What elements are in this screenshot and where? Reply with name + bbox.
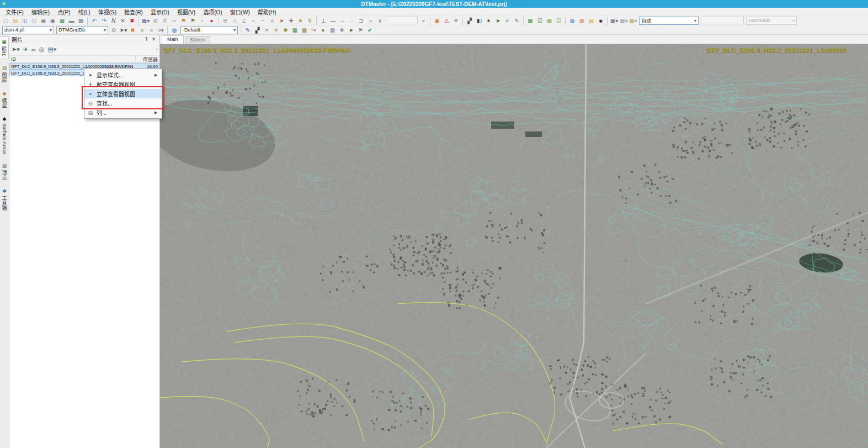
drape-icon[interactable]: ≈ xyxy=(249,17,258,25)
pen-blue-icon[interactable]: ✎ xyxy=(241,26,253,34)
style-combo[interactable]: -Default- ▾ xyxy=(180,26,238,34)
constraint-icon[interactable]: ⊥ xyxy=(316,17,328,25)
cross-tool-icon[interactable]: ✚ xyxy=(337,26,347,34)
info-icon[interactable]: i xyxy=(156,47,157,52)
brown-cells-icon[interactable]: ▩ xyxy=(300,26,309,34)
menu-item[interactable]: 显示(D) xyxy=(147,8,173,16)
contrast-icon[interactable]: ◧ xyxy=(475,17,484,25)
terrain-icon[interactable]: ▞ xyxy=(253,26,262,34)
column-sensor[interactable]: 传感器 xyxy=(135,56,159,63)
db-combo[interactable]: DTMGridDb ▾ xyxy=(56,26,108,34)
measure-icon[interactable]: # xyxy=(160,17,169,25)
menu-item[interactable]: 视图(V) xyxy=(173,8,199,16)
parameter-input[interactable] xyxy=(701,17,744,24)
menu-item[interactable]: 窗口(W) xyxy=(226,8,254,16)
menu-item[interactable]: 线(L) xyxy=(74,8,94,16)
grid-menu-icon[interactable]: ▦▾ xyxy=(139,17,151,25)
prev-pair-icon[interactable]: « xyxy=(137,26,147,34)
check-green-icon[interactable]: ✔ xyxy=(365,26,375,34)
snap-icon[interactable]: ⊕ xyxy=(218,17,230,25)
menu-item[interactable]: 点(P) xyxy=(54,8,74,16)
vertices-icon[interactable]: ▦ 顶点 xyxy=(1,161,9,182)
copy-icon[interactable]: ▣ xyxy=(39,17,48,25)
dark-tile-icon[interactable]: ■ xyxy=(596,17,605,25)
photo-pair-icon[interactable]: ▣ xyxy=(430,17,442,25)
blob-icon[interactable]: ● xyxy=(318,26,328,34)
context-menu-item[interactable]: ✈ 航空查看器视图 xyxy=(84,80,162,89)
flag-yellow-icon[interactable]: ⚑ xyxy=(179,17,188,25)
gear-icon[interactable]: ⚙ xyxy=(109,26,119,34)
arc-icon[interactable]: ∩ xyxy=(366,17,375,25)
check-tool-icon[interactable]: ∨ xyxy=(375,17,385,25)
warning-icon[interactable]: ⚠ xyxy=(442,17,451,25)
automatic-combo[interactable]: Automatic ▾ xyxy=(746,17,797,25)
redo-icon[interactable]: ↷ xyxy=(99,17,109,25)
bold-move-icon[interactable]: ✶ xyxy=(484,17,493,25)
record-icon[interactable]: ● xyxy=(207,17,216,25)
snapshot-icon[interactable]: ◉ xyxy=(48,17,57,25)
layout-grid-icon[interactable]: ▦ xyxy=(57,17,67,25)
hline3-icon[interactable]: - xyxy=(347,17,356,25)
green-cells-icon[interactable]: ▦ xyxy=(290,26,300,34)
save-icon[interactable]: ◫ xyxy=(20,17,29,25)
dtm-file-combo[interactable]: dsm-4.pf ▾ xyxy=(2,26,54,34)
columns-dd-icon[interactable]: ▤▾ xyxy=(47,46,56,53)
viewer-tab[interactable]: Main xyxy=(162,35,184,44)
measure-run-icon[interactable]: ➤ xyxy=(493,17,503,25)
pick-arrow-icon[interactable]: ➤ xyxy=(277,17,286,25)
select-arrow-dd-icon[interactable]: ➤▾ xyxy=(119,26,128,34)
select-dd-icon[interactable]: ➤▾ xyxy=(12,46,20,53)
orange-x-icon[interactable]: ✖ xyxy=(128,26,137,34)
column-id[interactable]: ID xyxy=(9,56,135,62)
hline-icon[interactable]: — xyxy=(328,17,338,25)
grid-dd-icon[interactable]: ▦▾ xyxy=(607,17,619,25)
flag-green-icon[interactable]: ⚑ xyxy=(188,17,198,25)
contour-icon[interactable]: ≈ xyxy=(262,26,271,34)
close-icon[interactable]: ✕ xyxy=(150,36,157,42)
delete-vertex-icon[interactable]: ✕ xyxy=(118,17,127,25)
undo-icon[interactable]: ↶ xyxy=(87,17,99,25)
layers-icon[interactable]: ▤ 图层 xyxy=(1,63,9,85)
bracket-icon[interactable]: ⊐ xyxy=(356,17,366,25)
pin-icon[interactable]: ↧ xyxy=(143,36,150,42)
viewer-tab[interactable]: Stereo xyxy=(185,36,211,44)
mode-combo[interactable]: 自动 ▾ xyxy=(639,17,699,25)
aerial-viewer-icon[interactable]: ✈ xyxy=(23,46,28,53)
check-small-icon[interactable]: ✓ xyxy=(503,17,512,25)
hline2-icon[interactable]: – xyxy=(338,17,347,25)
spike-filter-icon[interactable]: ∧ xyxy=(268,17,277,25)
menu-item[interactable]: 选项(O) xyxy=(199,8,226,16)
stereo-viewer-icon[interactable]: ∞ xyxy=(31,46,36,53)
magic-wand-icon[interactable]: ★ xyxy=(296,17,305,25)
snap-distance-input[interactable] xyxy=(386,17,418,24)
print-icon[interactable]: ▬ xyxy=(67,17,76,25)
lime-grid-check-icon[interactable]: ☑ xyxy=(554,17,563,25)
save-all-icon[interactable]: ◫ xyxy=(29,17,39,25)
green-grid-icon[interactable]: ▦ xyxy=(523,17,535,25)
menu-item[interactable]: 体视(S) xyxy=(94,8,120,16)
lightning-icon[interactable]: ↯ xyxy=(305,17,315,25)
toolbox-icon[interactable]: ✱ 工具箱 xyxy=(1,186,9,213)
histogram-icon[interactable]: ▤ xyxy=(587,17,596,25)
grid-dd2-icon[interactable]: ▦▾ xyxy=(619,17,629,25)
gallery-icon[interactable]: ▩ xyxy=(76,17,86,25)
texture-dd-icon[interactable]: ▩▾ xyxy=(629,17,638,25)
tree-icon[interactable]: ✱ xyxy=(281,26,290,34)
smooth-icon[interactable]: ~ xyxy=(258,17,268,25)
profile-icon[interactable]: △ xyxy=(230,17,239,25)
play-icon[interactable]: ➤ xyxy=(347,26,356,34)
find-icon[interactable]: ◎ xyxy=(39,46,45,53)
lime-grid-icon[interactable]: ▦ xyxy=(545,17,554,25)
area-tool-icon[interactable]: ▱ xyxy=(169,17,179,25)
prev-pair2-icon[interactable]: « xyxy=(147,26,156,34)
plane-gold-icon[interactable]: ✈ xyxy=(271,26,281,34)
next-pair-dd-icon[interactable]: »▾ xyxy=(156,26,166,34)
menu-item[interactable]: 检查(R) xyxy=(120,8,147,16)
context-menu-item[interactable]: ▤ 列... ▶ xyxy=(84,108,162,117)
open-folder-icon[interactable]: ▤ xyxy=(10,17,20,25)
blue-cells-icon[interactable]: ▦ xyxy=(328,26,337,34)
menu-item[interactable]: 帮助(H) xyxy=(254,8,280,16)
menu-item[interactable]: 编辑(E) xyxy=(28,8,54,16)
context-menu-item[interactable]: ∞ 立体查看器视图 xyxy=(84,89,162,98)
context-menu-item[interactable]: ◎ 查找... xyxy=(84,98,162,108)
